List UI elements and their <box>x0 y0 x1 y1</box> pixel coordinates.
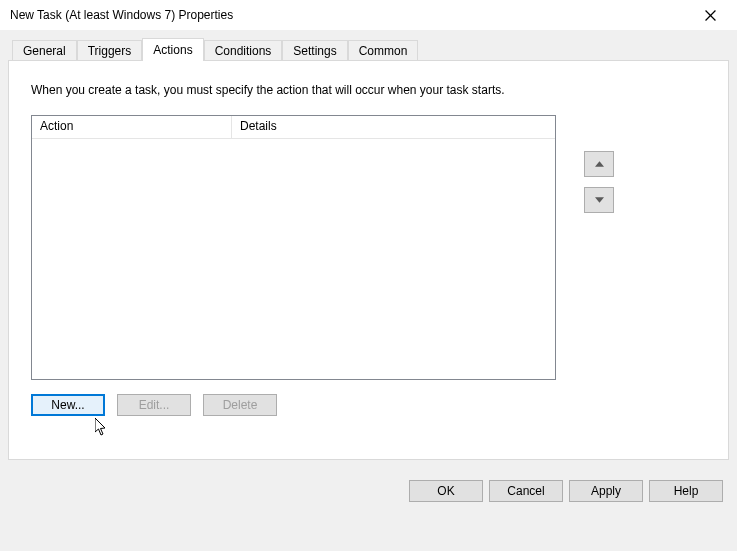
tab-strip: General Triggers Actions Conditions Sett… <box>12 38 729 60</box>
delete-button[interactable]: Delete <box>203 394 277 416</box>
cancel-button[interactable]: Cancel <box>489 480 563 502</box>
move-down-button[interactable] <box>584 187 614 213</box>
titlebar: New Task (At least Windows 7) Properties <box>0 0 737 30</box>
properties-window: New Task (At least Windows 7) Properties… <box>0 0 737 551</box>
move-up-button[interactable] <box>584 151 614 177</box>
column-action[interactable]: Action <box>32 116 232 138</box>
arrow-down-icon <box>595 197 604 203</box>
new-button[interactable]: New... <box>31 394 105 416</box>
actions-listview[interactable]: Action Details <box>31 115 556 380</box>
instruction-text: When you create a task, you must specify… <box>31 83 706 97</box>
svg-marker-3 <box>595 197 604 202</box>
listview-header: Action Details <box>32 116 555 139</box>
tab-general[interactable]: General <box>12 40 77 61</box>
actions-panel: When you create a task, you must specify… <box>8 60 729 460</box>
list-area: Action Details <box>31 115 706 380</box>
help-button[interactable]: Help <box>649 480 723 502</box>
reorder-buttons <box>584 151 614 380</box>
dialog-button-row: OK Cancel Apply Help <box>409 480 723 502</box>
edit-button[interactable]: Edit... <box>117 394 191 416</box>
window-title: New Task (At least Windows 7) Properties <box>10 8 233 22</box>
tab-settings[interactable]: Settings <box>282 40 347 61</box>
tab-conditions[interactable]: Conditions <box>204 40 283 61</box>
apply-button[interactable]: Apply <box>569 480 643 502</box>
close-button[interactable] <box>689 3 731 27</box>
tab-common[interactable]: Common <box>348 40 419 61</box>
tab-triggers[interactable]: Triggers <box>77 40 143 61</box>
svg-marker-2 <box>595 161 604 166</box>
mouse-cursor <box>95 418 109 439</box>
tab-actions[interactable]: Actions <box>142 38 203 61</box>
arrow-up-icon <box>595 161 604 167</box>
ok-button[interactable]: OK <box>409 480 483 502</box>
action-button-row: New... Edit... Delete <box>31 394 706 416</box>
close-icon <box>705 10 716 21</box>
dialog-body: General Triggers Actions Conditions Sett… <box>0 30 737 551</box>
column-details[interactable]: Details <box>232 116 555 138</box>
svg-marker-4 <box>95 418 105 435</box>
